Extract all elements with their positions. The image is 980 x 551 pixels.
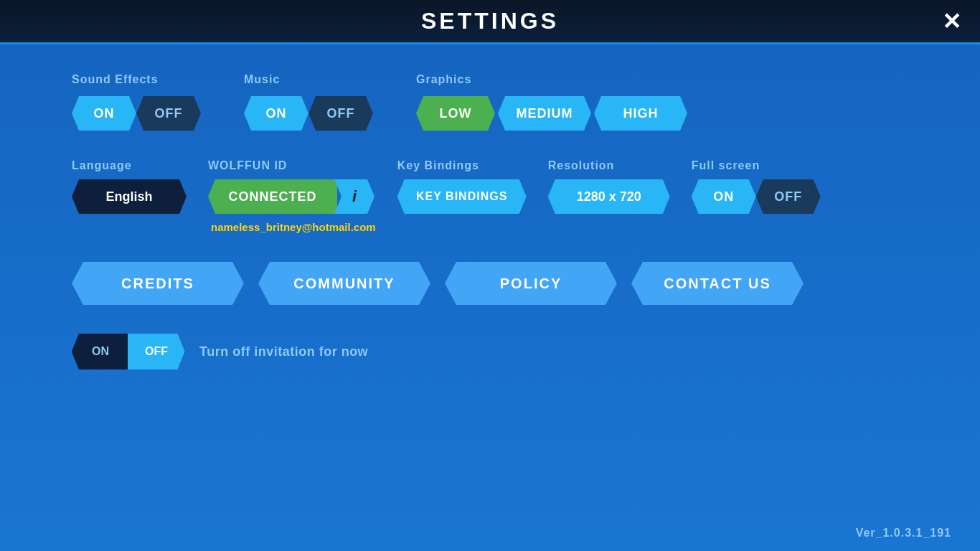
sound-effects-toggle: ON OFF xyxy=(72,96,201,131)
connected-button[interactable]: CONNECTED xyxy=(208,179,337,214)
sound-on-button[interactable]: ON xyxy=(72,96,136,131)
graphics-group: Graphics LOW MEDIUM HIGH xyxy=(416,73,687,131)
fullscreen-on-button[interactable]: ON xyxy=(692,179,756,214)
credits-button[interactable]: CREDITS xyxy=(72,262,244,305)
row-bottom-buttons: CREDITS COMMUNITY POLICY CONTACT US xyxy=(72,262,908,305)
language-button[interactable]: English xyxy=(72,179,187,214)
header: SETTINGS ✕ xyxy=(0,0,980,44)
language-label: Language xyxy=(72,159,187,172)
key-bindings-group: Key Bindings KEY BINDINGS xyxy=(397,159,527,214)
sound-effects-group: Sound Effects ON OFF xyxy=(72,73,201,131)
settings-content: Sound Effects ON OFF Music ON OFF Graphi… xyxy=(0,44,980,551)
music-off-button[interactable]: OFF xyxy=(308,96,373,131)
fullscreen-group: Full screen ON OFF xyxy=(692,159,821,214)
row-settings: Language English WOLFFUN ID CONNECTED i … xyxy=(72,159,908,233)
invitation-toggle-group: ON OFF xyxy=(72,334,185,369)
resolution-button[interactable]: 1280 x 720 xyxy=(548,179,670,214)
resolution-group: Resolution 1280 x 720 xyxy=(548,159,670,214)
version-text: Ver_1.0.3.1_191 xyxy=(856,527,951,540)
resolution-label: Resolution xyxy=(548,159,670,172)
invitation-text: Turn off invitation for now xyxy=(199,344,368,359)
music-toggle: ON OFF xyxy=(244,96,373,131)
row-invitation: ON OFF Turn off invitation for now xyxy=(72,334,908,369)
wolffun-info-button[interactable]: i xyxy=(334,179,374,214)
community-button[interactable]: COMMUNITY xyxy=(258,262,430,305)
fullscreen-label: Full screen xyxy=(692,159,821,172)
graphics-medium-button[interactable]: MEDIUM xyxy=(498,96,591,131)
wolffun-id-label: WOLFFUN ID xyxy=(208,159,376,172)
language-group: Language English xyxy=(72,159,187,214)
music-group: Music ON OFF xyxy=(244,73,373,131)
music-on-button[interactable]: ON xyxy=(244,96,308,131)
graphics-high-button[interactable]: HIGH xyxy=(594,96,687,131)
wolffun-id-group: WOLFFUN ID CONNECTED i nameless_britney@… xyxy=(208,159,376,233)
fullscreen-toggle: ON OFF xyxy=(692,179,821,214)
graphics-low-button[interactable]: LOW xyxy=(416,96,495,131)
close-button[interactable]: ✕ xyxy=(937,7,966,36)
key-bindings-button[interactable]: KEY BINDINGS xyxy=(397,179,527,214)
sound-effects-label: Sound Effects xyxy=(72,73,159,86)
fullscreen-off-button[interactable]: OFF xyxy=(756,179,821,214)
music-label: Music xyxy=(244,73,280,86)
invitation-off-button[interactable]: OFF xyxy=(128,334,185,369)
policy-button[interactable]: POLICY xyxy=(445,262,617,305)
sound-off-button[interactable]: OFF xyxy=(136,96,201,131)
graphics-toggle: LOW MEDIUM HIGH xyxy=(416,96,687,131)
wolffun-email: nameless_britney@hotmail.com xyxy=(208,221,376,233)
wolffun-id-buttons: CONNECTED i xyxy=(208,179,376,214)
row-audio-graphics: Sound Effects ON OFF Music ON OFF Graphi… xyxy=(72,73,908,131)
invitation-on-button[interactable]: ON xyxy=(72,334,129,369)
graphics-label: Graphics xyxy=(416,73,471,86)
contact-us-button[interactable]: CONTACT US xyxy=(631,262,804,305)
key-bindings-label: Key Bindings xyxy=(397,159,527,172)
settings-title: SETTINGS xyxy=(421,8,559,34)
